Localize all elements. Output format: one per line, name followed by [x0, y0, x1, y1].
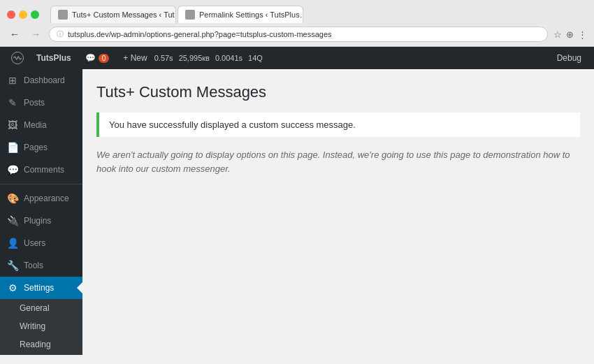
browser-titlebar: Tuts+ Custom Messages ‹ Tut… ✕ Permalink… [0, 0, 594, 23]
wp-admin-bar: TutsPlus 💬 0 + New 0.57s 25,995кв 0.0041… [0, 47, 594, 69]
sidebar-item-label: Media [24, 120, 47, 130]
wp-main: Tuts+ Custom Messages You have successfu… [82, 69, 594, 355]
browser-chrome: Tuts+ Custom Messages ‹ Tut… ✕ Permalink… [0, 0, 594, 47]
menu-button[interactable]: ⋮ [578, 29, 587, 40]
page-title: Tuts+ Custom Messages [96, 83, 580, 101]
browser-actions: ☆ ⊕ ⋮ [553, 29, 587, 40]
bookmark-button[interactable]: ☆ [553, 29, 562, 40]
plugins-icon: 🔌 [7, 215, 18, 226]
site-name-text: TutsPlus [36, 53, 71, 63]
submenu-reading[interactable]: Reading [0, 335, 82, 354]
browser-tabs: Tuts+ Custom Messages ‹ Tut… ✕ Permalink… [50, 6, 303, 23]
success-notice: You have successfully displayed a custom… [96, 112, 580, 137]
browser-dots [7, 10, 39, 19]
debug-button[interactable]: Debug [550, 47, 588, 69]
admin-site-name[interactable]: TutsPlus [29, 47, 78, 69]
page-description: We aren't actually going to display opti… [96, 148, 580, 175]
settings-submenu: General Writing Reading Discussion Media… [0, 299, 82, 355]
tab-label-1: Tuts+ Custom Messages ‹ Tut… [72, 10, 176, 19]
browser-tab-1[interactable]: Tuts+ Custom Messages ‹ Tut… ✕ [50, 6, 176, 23]
address-bar[interactable]: ⓘ tutsplus.dev/wp-admin/options-general.… [49, 27, 548, 42]
sidebar-item-label: Plugins [24, 216, 51, 226]
stat-memory: 25,995кв [179, 54, 210, 62]
comment-count: 0 [99, 54, 110, 63]
dashboard-icon: ⊞ [7, 75, 18, 86]
forward-button[interactable]: → [28, 27, 43, 41]
posts-icon: ✎ [7, 97, 18, 108]
tab-favicon-2 [185, 10, 195, 20]
back-button[interactable]: ← [7, 27, 22, 41]
tab-favicon-1 [58, 10, 68, 20]
tools-icon: 🔧 [7, 260, 18, 271]
submenu-discussion[interactable]: Discussion [0, 354, 82, 355]
settings-arrow-indicator [77, 282, 82, 293]
wp-sidebar: ⊞ Dashboard ✎ Posts 🖼 Media 📄 Pages 💬 Co… [0, 69, 82, 355]
tab-label-2: Permalink Settings ‹ TutsPlus… [199, 10, 303, 19]
stat-time2: 0.0041s [215, 54, 242, 62]
sidebar-item-pages[interactable]: 📄 Pages [0, 136, 82, 159]
submenu-writing[interactable]: Writing [0, 317, 82, 335]
users-icon: 👤 [7, 238, 18, 249]
wp-logo[interactable] [6, 47, 29, 69]
media-icon: 🖼 [7, 119, 18, 131]
appearance-icon: 🎨 [7, 193, 18, 204]
submenu-general[interactable]: General [0, 299, 82, 317]
new-label: + New [123, 53, 147, 63]
extensions-button[interactable]: ⊕ [566, 29, 574, 40]
sidebar-item-users[interactable]: 👤 Users [0, 232, 82, 254]
sidebar-settings-wrapper: ⚙ Settings [0, 277, 82, 299]
sidebar-item-tools[interactable]: 🔧 Tools [0, 254, 82, 277]
comments-icon: 💬 [7, 164, 18, 175]
sidebar-item-settings[interactable]: ⚙ Settings [0, 277, 82, 299]
stat-time1: 0.57s [154, 54, 173, 62]
lock-icon: ⓘ [57, 29, 64, 39]
maximize-dot[interactable] [31, 10, 39, 19]
wp-layout: ⊞ Dashboard ✎ Posts 🖼 Media 📄 Pages 💬 Co… [0, 69, 594, 355]
sidebar-item-label: Pages [24, 143, 48, 152]
sidebar-item-label: Settings [24, 283, 54, 293]
admin-bar-stats: 0.57s 25,995кв 0.0041s 14Q [154, 54, 263, 62]
minimize-dot[interactable] [19, 10, 27, 19]
sidebar-item-label: Posts [24, 98, 45, 108]
admin-bar-comments[interactable]: 💬 0 [78, 47, 117, 69]
sidebar-item-comments[interactable]: 💬 Comments [0, 159, 82, 181]
sidebar-separator-1 [0, 184, 82, 184]
pages-icon: 📄 [7, 142, 18, 153]
comment-icon: 💬 [85, 53, 96, 63]
sidebar-item-label: Users [24, 238, 45, 248]
address-text: tutsplus.dev/wp-admin/options-general.ph… [68, 30, 332, 38]
sidebar-item-posts[interactable]: ✎ Posts [0, 92, 82, 114]
sidebar-item-dashboard[interactable]: ⊞ Dashboard [0, 69, 82, 92]
sidebar-item-appearance[interactable]: 🎨 Appearance [0, 187, 82, 210]
sidebar-item-label: Tools [24, 261, 43, 270]
sidebar-item-label: Appearance [24, 194, 69, 203]
settings-icon: ⚙ [7, 282, 18, 293]
admin-bar-right: Debug [550, 47, 588, 69]
sidebar-item-label: Comments [24, 165, 64, 175]
browser-tab-2[interactable]: Permalink Settings ‹ TutsPlus… ✕ [178, 6, 303, 23]
close-dot[interactable] [7, 10, 15, 19]
sidebar-item-media[interactable]: 🖼 Media [0, 114, 82, 136]
browser-addressbar: ← → ⓘ tutsplus.dev/wp-admin/options-gene… [0, 23, 594, 46]
sidebar-item-label: Dashboard [24, 75, 65, 85]
stat-queries: 14Q [248, 54, 263, 62]
success-notice-text: You have successfully displayed a custom… [109, 119, 356, 130]
sidebar-item-plugins[interactable]: 🔌 Plugins [0, 210, 82, 232]
admin-bar-new[interactable]: + New [116, 47, 154, 69]
